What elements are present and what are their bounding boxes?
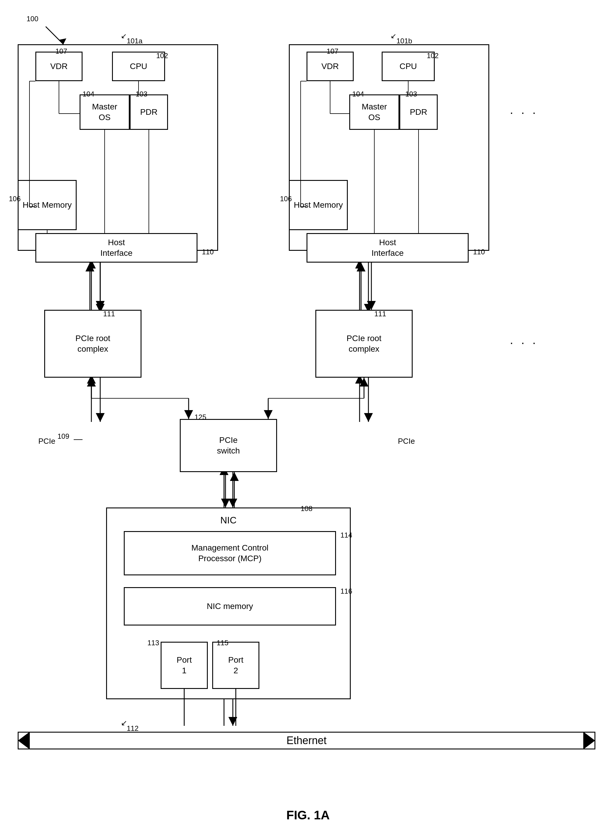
svg-marker-9: [96, 413, 105, 422]
nic-mcp: Management ControlProcessor (MCP): [124, 531, 336, 575]
ref-109: 109: [57, 432, 69, 440]
nic-port1-label: Port1: [176, 655, 192, 676]
host2-master-os-label: MasterOS: [362, 102, 387, 123]
host1-pdr-label: PDR: [140, 107, 157, 118]
ref-108: 108: [301, 505, 312, 513]
svg-marker-70: [356, 263, 365, 271]
ref-102-h1: 102: [156, 51, 168, 60]
ref-111-h2: 111: [374, 310, 386, 318]
ref-111-h1: 111: [103, 310, 115, 318]
svg-marker-55: [264, 410, 273, 419]
svg-marker-66: [85, 263, 94, 271]
ethernet-container: Ethernet: [18, 726, 595, 755]
svg-marker-46: [230, 472, 239, 481]
svg-marker-28: [229, 717, 237, 726]
host1-pdr: PDR: [130, 94, 168, 130]
host1-pcie-root-label: PCIe rootcomplex: [75, 333, 110, 355]
ref-116: 116: [340, 587, 352, 596]
host1-memory-label: Host Memory: [23, 200, 72, 210]
ref-101a-arrow: ↙: [121, 32, 127, 40]
more-hosts-dots: . . .: [510, 103, 538, 116]
host1-vdr-label: VDR: [50, 61, 67, 72]
host2-interface: HostInterface: [307, 233, 469, 263]
host1-cpu-label: CPU: [130, 61, 147, 72]
more-hosts-dots-2: . . .: [510, 333, 538, 347]
ref-101b: 101b: [396, 37, 412, 45]
pcie-switch: PCIeswitch: [180, 419, 277, 472]
ref-104-h2: 104: [352, 90, 364, 98]
host2-memory-label: Host Memory: [294, 200, 343, 210]
svg-marker-72: [367, 301, 376, 310]
host1-interface: HostInterface: [35, 233, 198, 263]
host2-pdr-label: PDR: [410, 107, 427, 118]
svg-marker-1: [59, 38, 66, 44]
nic-port2-label: Port2: [228, 655, 243, 676]
svg-marker-19: [364, 413, 373, 422]
figure-title: FIG. 1A: [286, 808, 330, 822]
host1-vdr: VDR: [35, 51, 82, 81]
host2-pdr: PDR: [399, 94, 438, 130]
ref-110-h1: 110: [202, 248, 214, 256]
ref-107-h1: 107: [56, 47, 67, 56]
host2-pcie-root: PCIe rootcomplex: [315, 310, 413, 378]
ethernet-right-arrow: [583, 732, 595, 749]
ref-114: 114: [340, 531, 352, 539]
pcie-switch-label: PCIeswitch: [217, 435, 240, 456]
ref-100: 100: [26, 15, 38, 23]
ref-107-h2: 107: [327, 47, 338, 56]
svg-marker-24: [229, 499, 237, 508]
pcie-right-label: PCIe: [398, 437, 415, 446]
ethernet-box: Ethernet: [18, 732, 595, 749]
diagram: 100: [0, 0, 616, 840]
nic-memory: NIC memory: [124, 587, 336, 625]
ref-106-h2: 106: [280, 195, 292, 203]
host2-master-os: MasterOS: [349, 94, 399, 130]
host2-vdr-label: VDR: [321, 61, 339, 72]
svg-marker-44: [221, 499, 230, 508]
ref-106-h1: 106: [9, 195, 21, 203]
ethernet-label: Ethernet: [286, 734, 327, 747]
host2-interface-label: HostInterface: [372, 237, 404, 259]
host2-cpu-label: CPU: [399, 61, 417, 72]
nic-memory-label: NIC memory: [207, 601, 253, 612]
host1-master-os: MasterOS: [79, 94, 130, 130]
ref-103-h2: 103: [405, 90, 417, 98]
ref-115: 115: [217, 639, 229, 647]
svg-marker-50: [184, 410, 193, 419]
ethernet-left-arrow: [18, 732, 30, 749]
host1-memory: Host Memory: [18, 180, 77, 230]
pcie-left-label: PCIe: [38, 437, 56, 446]
host1-interface-label: HostInterface: [101, 237, 133, 259]
host2-vdr: VDR: [307, 51, 354, 81]
nic-mcp-label: Management ControlProcessor (MCP): [191, 543, 268, 564]
ref-103-h1: 103: [136, 90, 147, 98]
host1-pcie-root: PCIe rootcomplex: [44, 310, 141, 378]
svg-marker-56: [359, 378, 368, 387]
svg-line-0: [46, 26, 63, 44]
nic-label: NIC: [220, 514, 236, 527]
ref-110-h2: 110: [473, 248, 485, 256]
ref-125: 125: [195, 413, 206, 421]
ref-102-h2: 102: [427, 51, 439, 60]
svg-marker-68: [96, 301, 105, 310]
svg-marker-51: [87, 378, 96, 387]
ref-104-h1: 104: [82, 90, 94, 98]
host2-pcie-root-label: PCIe rootcomplex: [347, 333, 381, 355]
host1-master-os-label: MasterOS: [92, 102, 117, 123]
nic-port2: Port2: [212, 642, 260, 689]
ref-113: 113: [147, 639, 159, 647]
nic-port1: Port1: [161, 642, 208, 689]
ref-101a: 101a: [127, 37, 142, 45]
host2-memory: Host Memory: [289, 180, 348, 230]
ref-101b-arrow: ↙: [390, 32, 396, 40]
